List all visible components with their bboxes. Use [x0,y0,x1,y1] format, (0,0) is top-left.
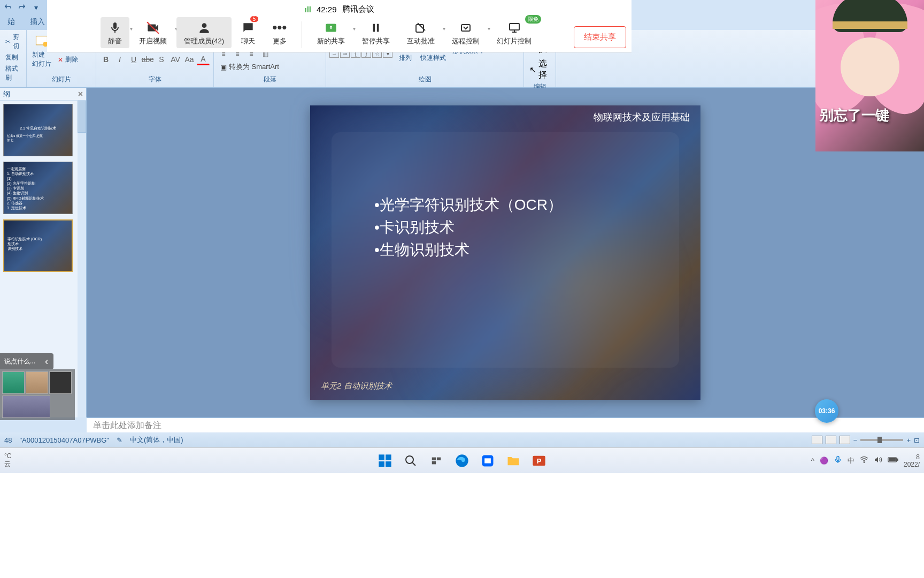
overlay-caption: 别忘了一键 [820,106,924,125]
slideshow-control-button[interactable]: 幻灯片控制 限免 [489,17,539,48]
slide-thumbnail[interactable]: 2.1 常见自动识别技术 任务3 做某一个仓库·把某 加七 [3,104,73,156]
new-share-button[interactable]: 新的共享 ▾ [310,17,352,48]
start-button[interactable] [374,450,396,471]
mute-button[interactable]: 静音 ▾ [101,17,129,48]
current-slide[interactable]: 物联网技术及应用基础 •光学字符识别技术（OCR） •卡识别技术 •生物识别技术… [310,105,700,400]
svg-rect-14 [386,454,391,460]
zoom-slider[interactable] [860,439,903,441]
zoom-in-button[interactable]: + [906,436,911,444]
members-button[interactable]: 管理成员(42) [176,17,232,48]
slide-header-text: 物联网技术及应用基础 [594,111,690,124]
scrollbar-handle[interactable] [78,101,86,133]
drawing-group-label: 绘图 [329,74,520,85]
remote-icon [459,19,472,36]
approve-button[interactable]: 互动批准 ▾ [399,17,442,48]
end-share-button[interactable]: 结束共享 [574,26,626,48]
bottom-background [0,473,924,578]
signal-icon: ıll [304,5,311,14]
quick-access-toolbar: ▾ [0,0,47,15]
outline-title: 纲 [3,89,10,99]
shadow-button[interactable]: S [155,54,168,65]
undo-button[interactable] [2,2,14,13]
chat-button[interactable]: 聊天 5 [234,17,263,48]
svg-rect-31 [889,459,896,461]
svg-point-17 [406,456,413,463]
tab-start[interactable]: 始 [0,15,22,30]
language-indicator[interactable]: 中文(简体，中国) [130,435,183,445]
fit-button[interactable]: ⊡ [914,436,920,444]
slide-thumbnail[interactable]: 字符识别技术 (OCR) 别技术 识别技术 [3,219,73,272]
thumbnail-scrollbar[interactable] [78,101,86,417]
bold-button[interactable]: B [99,54,112,65]
slide-number: 48 [4,436,12,444]
file-explorer-button[interactable] [503,450,524,471]
ime-indicator[interactable]: 中 [848,456,854,466]
chevron-left-icon: ‹ [45,356,48,367]
font-group-label: 字体 [99,74,210,85]
microphone-icon [109,19,121,36]
chat-badge: 5 [250,16,259,22]
participant-video[interactable] [26,371,48,394]
svg-rect-4 [377,24,379,32]
delete-button[interactable]: ✕删除 [56,55,80,65]
chat-input-collapsed[interactable]: 说点什么... ‹ [0,353,53,369]
svg-rect-19 [432,457,436,460]
tencent-meeting-button[interactable] [477,450,498,471]
tray-app-icon[interactable]: 🟣 [820,457,828,465]
participant-video[interactable] [2,396,50,418]
edge-button[interactable] [451,450,473,471]
redo-button[interactable] [16,2,28,13]
normal-view-button[interactable] [812,436,822,444]
strikethrough-button[interactable]: abc [141,54,154,65]
meeting-timer: 42:29 [317,5,337,14]
underline-button[interactable]: U [127,54,140,65]
scissors-icon: ✂ [5,38,11,45]
members-icon [197,19,211,36]
delete-icon: ✕ [58,56,63,64]
format-painter-button[interactable]: 格式刷 [3,64,23,83]
powerpoint-button[interactable]: P [528,450,550,471]
slide-thumbnail[interactable]: 一宏观层面 1. 自动识别技术 (1) (2) 光学字符识别 (3) 卡识别 (… [3,162,73,214]
video-button[interactable]: 开启视频 ▾ [132,17,174,48]
svg-rect-20 [437,457,441,460]
font-color-button[interactable]: A [197,54,210,65]
weather-widget[interactable]: °C 云 [4,452,11,469]
close-outline-button[interactable]: × [78,89,83,99]
slideshow-view-button[interactable] [840,436,850,444]
smartart-button[interactable]: ▣转换为 SmartArt [217,61,282,73]
divider [302,21,302,48]
copy-button[interactable]: 复制 [3,52,23,63]
participant-video[interactable] [49,371,72,394]
more-button[interactable]: ••• 更多 [265,17,294,48]
notes-pane[interactable]: 单击此处添加备注 [87,417,924,432]
slides-group-label: 幻灯片 [30,74,93,85]
taskbar-date: 2022/ [904,461,920,468]
floating-timer[interactable]: 03:36 [815,399,838,423]
free-badge: 限免 [525,15,541,24]
task-view-button[interactable] [426,450,447,471]
italic-button[interactable]: I [113,54,126,65]
select-arrow-icon: ↖ [529,65,536,75]
svg-point-1 [202,23,206,28]
volume-icon[interactable] [874,455,882,466]
microphone-tray-icon[interactable] [834,455,842,466]
pause-share-button[interactable]: 暂停共享 [355,17,397,48]
battery-icon[interactable] [888,457,898,465]
cut-button[interactable]: ✂剪切 [3,32,23,51]
wifi-icon[interactable] [860,455,868,466]
participant-video[interactable] [2,371,25,394]
sorter-view-button[interactable] [826,436,836,444]
qat-dropdown[interactable]: ▾ [30,2,42,13]
remote-control-button[interactable]: 远程控制 ▾ [444,17,487,48]
slide-bullets: •光学字符识别技术（OCR） •卡识别技术 •生物识别技术 [374,194,563,261]
svg-rect-16 [386,461,391,467]
select-button[interactable]: ↖选择 [527,58,552,81]
zoom-out-button[interactable]: − [853,436,858,444]
tray-chevron-icon[interactable]: ^ [811,457,814,465]
spell-check-icon[interactable]: ✎ [117,436,122,444]
svg-rect-27 [837,456,839,460]
char-spacing-button[interactable]: AV [169,54,182,65]
change-case-button[interactable]: Aa [183,54,196,65]
search-button[interactable] [400,450,421,471]
paragraph-group-label: 段落 [217,74,322,85]
